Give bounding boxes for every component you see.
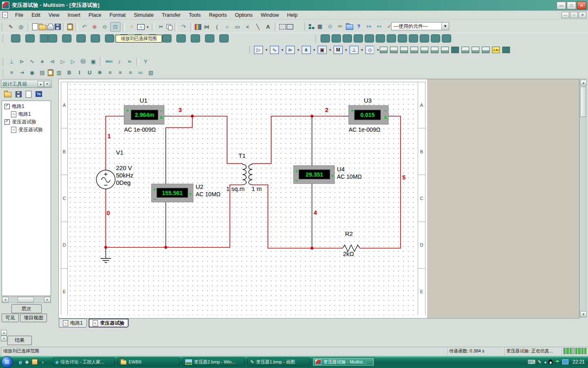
cmos-part-icon[interactable]: ▷ <box>68 57 78 66</box>
transistor-components-icon[interactable]: ⋔ <box>302 46 311 54</box>
spheres-icon[interactable]: ◉ <box>27 68 37 77</box>
undo-icon[interactable]: ↶ <box>80 22 89 31</box>
audio-part-icon[interactable]: ♪ <box>115 57 124 66</box>
component-group-button-23[interactable] <box>387 34 396 43</box>
edit-symbol-icon[interactable]: ✏ <box>336 22 345 31</box>
paste-icon[interactable] <box>67 24 73 30</box>
results-scroll-down-button[interactable]: ▾ <box>1 336 7 341</box>
results-scroll-up-button[interactable]: ▴ <box>1 330 7 336</box>
ic-components-icon[interactable]: ▣ <box>318 46 327 54</box>
component-group-button-1[interactable] <box>11 34 20 43</box>
current-probe-icon[interactable] <box>502 47 510 53</box>
underline-icon[interactable]: U <box>85 68 94 77</box>
transistor-dropdown-arrow[interactable]: ▾ <box>312 45 316 54</box>
multimeter-U2[interactable]: 155.561 + − v U2 AC 10MΩ <box>151 183 220 202</box>
ic-dropdown-arrow[interactable]: ▾ <box>328 45 332 54</box>
checkbox-icon[interactable] <box>4 119 10 125</box>
component-group-button-15[interactable] <box>205 34 214 43</box>
ac-source-V1[interactable]: V1 220 V 50kHz 0Deg <box>96 149 134 189</box>
toolbar-grip[interactable] <box>2 69 5 77</box>
bold-icon[interactable]: B <box>65 68 74 77</box>
toolbar-grip[interactable] <box>2 23 4 31</box>
checkbox-icon[interactable] <box>4 104 10 109</box>
polygon-icon[interactable]: ⋈ <box>202 22 212 31</box>
component-group-button-16[interactable] <box>219 34 229 43</box>
tab-stop-icon[interactable]: ⇥ <box>17 68 27 77</box>
component-group-button-27[interactable] <box>431 34 440 43</box>
component-group-button-19[interactable] <box>343 34 352 43</box>
ic-part-icon[interactable]: ▣ <box>89 57 98 66</box>
resistor-R2[interactable]: R2 2kΩ <box>343 230 360 257</box>
task-bmp2-viewer[interactable]: 变压器2.bmp - Win... <box>183 357 245 366</box>
ground-symbol[interactable] <box>100 258 111 263</box>
minimize-button[interactable]: — <box>557 2 566 9</box>
scroll-right-arrow[interactable]: ▸ <box>44 297 51 303</box>
network-tray-icon[interactable] <box>562 359 568 364</box>
new-sheet-icon[interactable] <box>26 91 31 98</box>
antenna-part-icon[interactable]: Y <box>141 57 150 66</box>
results-tab[interactable]: 结果 <box>7 336 32 345</box>
multimeter-U3[interactable]: 0.015 + − A U3 AC 1e-009Ω <box>349 97 388 133</box>
tree-item-circuit1-sheet[interactable]: 电路1 <box>2 110 51 118</box>
zoom-page-icon[interactable]: ◎ <box>16 22 26 31</box>
indicator-components-icon[interactable]: ◇ <box>365 46 374 54</box>
logic-analyzer-icon[interactable] <box>461 47 469 53</box>
schematic-canvas[interactable]: A B C D E A B C D E <box>58 79 579 319</box>
wires[interactable] <box>106 116 401 248</box>
align-right-icon[interactable]: ≡ <box>126 68 135 77</box>
menu-tools[interactable]: Tools <box>185 11 205 19</box>
misc-dropdown-arrow[interactable]: ▾ <box>344 45 348 54</box>
component-group-button-22[interactable] <box>376 34 385 43</box>
oscilloscope-instrument-icon[interactable] <box>410 47 418 53</box>
scrollbar-thumb[interactable] <box>18 297 34 303</box>
ellipse-icon[interactable]: ○ <box>223 22 232 31</box>
bode-plotter-icon[interactable] <box>431 47 439 53</box>
canvas-vscrollbar[interactable]: ▲ ▼ <box>579 79 586 318</box>
export-icon[interactable]: ↦ <box>364 22 374 31</box>
menu-reports[interactable]: Reports <box>205 11 231 19</box>
component-group-button-14[interactable] <box>191 34 200 43</box>
toolbar-grip[interactable] <box>2 34 5 43</box>
scroll-up-arrow[interactable]: ▲ <box>580 80 587 85</box>
tree-item-transformer-test-sheet[interactable]: 变压器试验 <box>2 126 51 134</box>
oscilloscope-dropdown-arrow[interactable]: ▾ <box>145 22 150 31</box>
multimeter-instrument-icon[interactable] <box>380 47 388 53</box>
component-group-button-24[interactable] <box>398 34 407 43</box>
print-icon[interactable] <box>47 25 54 30</box>
umbrella-tray-icon[interactable]: ☂ <box>555 359 560 365</box>
logic-converter-icon[interactable] <box>472 47 479 53</box>
save-icon[interactable] <box>55 24 61 30</box>
italic-icon[interactable]: I <box>75 68 84 77</box>
task-bmp1-paint[interactable]: ✎ 变压器1.bmp - 画图 <box>247 357 310 366</box>
analog-components-icon[interactable]: ▷ <box>254 46 263 54</box>
oscilloscope-button-icon[interactable] <box>137 24 145 30</box>
open-file-icon[interactable] <box>39 25 46 30</box>
menu-file[interactable]: File <box>11 11 27 19</box>
toolbox-hscrollbar[interactable]: ◂ ▸ <box>2 296 51 303</box>
close-button[interactable]: ✕ <box>577 2 586 9</box>
quicklaunch-expand-chevron[interactable]: › <box>42 359 44 365</box>
align-left-icon[interactable]: ≡ <box>105 68 115 77</box>
zener-part-icon[interactable]: ⊲ <box>48 57 57 66</box>
keyboard-tray-icon[interactable]: ⌨ <box>528 359 535 365</box>
image3-icon[interactable]: ▧ <box>146 68 156 77</box>
mdi-minimize-button[interactable]: — <box>561 12 569 18</box>
hierarchy-tree-icon[interactable] <box>309 24 314 29</box>
tab-transformer-test[interactable]: 变压器试验 <box>89 319 129 328</box>
image2-icon[interactable]: ▥ <box>54 68 64 77</box>
analog-dropdown-arrow[interactable]: ▾ <box>264 45 269 54</box>
task-multisim[interactable]: 变压器试验 - Multisi... <box>312 357 374 366</box>
hierarchy-tab[interactable]: 层次 <box>11 304 42 313</box>
redo-icon[interactable]: ↷ <box>179 22 188 31</box>
wattmeter-icon[interactable] <box>400 47 408 53</box>
resistor-part-icon[interactable]: ∿ <box>27 57 37 66</box>
menu-edit[interactable]: Edit <box>27 11 45 19</box>
component-group-button-21[interactable] <box>365 34 374 43</box>
source-dropdown-arrow[interactable]: ▾ <box>280 45 285 54</box>
paint-bitmap-icon[interactable] <box>195 24 201 30</box>
open-project-icon[interactable] <box>4 92 11 97</box>
misc-part-icon[interactable]: MISC <box>105 57 114 66</box>
menu-options[interactable]: Options <box>231 11 256 19</box>
power-components-icon[interactable]: ⊥ <box>350 46 359 54</box>
analog-0v-icon[interactable]: 0v <box>125 57 134 66</box>
